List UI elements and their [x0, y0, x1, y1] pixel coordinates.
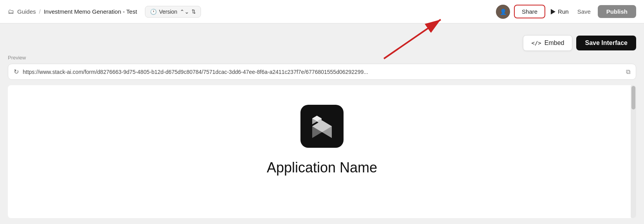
navbar: 🗂 Guides / Investment Memo Generation - …: [0, 0, 644, 23]
copy-icon[interactable]: ⧉: [626, 68, 630, 75]
url-bar: ↻ https://www.stack-ai.com/form/d8276663…: [8, 64, 636, 80]
preview-frame: Application Name: [8, 85, 636, 218]
app-name: Application Name: [267, 159, 377, 176]
breadcrumb-guides[interactable]: Guides: [17, 8, 36, 15]
navbar-right: 👤 Share Run Save Publish: [496, 5, 636, 19]
embed-code-icon: </>: [531, 40, 541, 46]
main-area: Preview ↻ https://www.stack-ai.com/form/…: [0, 55, 644, 222]
scrollbar-thumb: [631, 86, 635, 109]
save-interface-button[interactable]: Save Interface: [576, 36, 636, 50]
publish-button[interactable]: Publish: [598, 5, 636, 18]
run-label: Run: [558, 8, 569, 15]
version-arrows-icon: ⇅: [192, 9, 196, 14]
breadcrumb-separator: /: [39, 8, 41, 15]
version-button[interactable]: 🕐 Version ⌃⌄ ⇅: [145, 6, 201, 18]
embed-label: Embed: [545, 39, 564, 47]
dropdown-panel: </> Embed Save Interface: [523, 35, 636, 51]
folder-icon: 🗂: [8, 8, 14, 15]
preview-label: Preview: [8, 55, 636, 61]
run-button[interactable]: Run: [549, 5, 570, 18]
avatar-image: 👤: [496, 5, 510, 19]
breadcrumb-current: Investment Memo Generation - Test: [44, 8, 137, 15]
save-button[interactable]: Save: [574, 5, 594, 18]
app-logo: [300, 105, 344, 148]
avatar: 👤: [496, 5, 510, 19]
app-logo-icon: [308, 113, 336, 140]
refresh-icon[interactable]: ↻: [14, 68, 19, 75]
navbar-left: 🗂 Guides / Investment Memo Generation - …: [8, 6, 201, 18]
version-chevron-icon: ⌃⌄: [180, 9, 189, 15]
run-play-icon: [551, 9, 555, 14]
share-button[interactable]: Share: [514, 5, 545, 18]
dropdown-area: </> Embed Save Interface: [0, 23, 644, 55]
embed-button[interactable]: </> Embed: [523, 35, 572, 51]
version-label: Version: [159, 9, 177, 15]
preview-scrollbar[interactable]: [631, 85, 636, 218]
url-text: https://www.stack-ai.com/form/d8276663-9…: [23, 69, 622, 75]
version-clock-icon: 🕐: [150, 9, 157, 15]
